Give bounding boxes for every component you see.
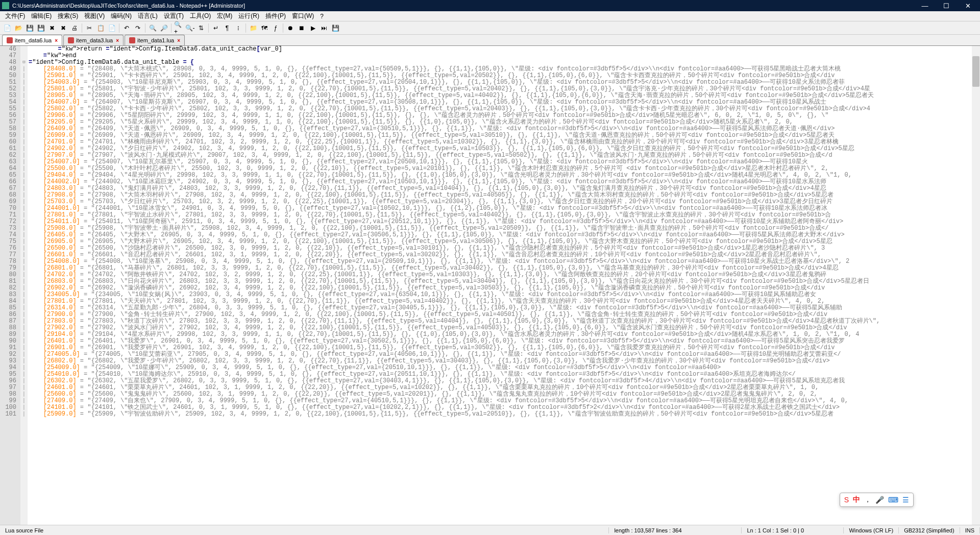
tab-dirty-icon <box>68 37 74 43</box>
tab-label: item_data6.lua <box>15 37 52 43</box>
menu-item[interactable]: 工具(O) <box>187 11 214 21</box>
save-macro-button[interactable]: 💾 <box>330 23 340 33</box>
window-title: C:\Users\Administrator\Desktop\luaJITdec… <box>12 3 915 9</box>
copy-button[interactable]: 📋 <box>95 23 106 33</box>
status-encoding: GB2312 (Simplified) <box>899 527 960 533</box>
vertical-scrollbar[interactable] <box>972 46 980 525</box>
ime-logo-icon: S <box>844 496 849 504</box>
file-tab[interactable]: item_data1.lua× <box>125 35 185 45</box>
file-tab[interactable]: item_data3.lua× <box>63 35 124 45</box>
print-button[interactable]: 🖨 <box>69 23 80 33</box>
close-button[interactable]: ✕ <box>958 0 978 11</box>
status-length: length : 103,587 lines : 364 <box>609 527 742 533</box>
redo-button[interactable]: ↷ <box>133 23 143 33</box>
menu-item[interactable]: 编辑(E) <box>28 11 55 21</box>
close-file-button[interactable]: ✖ <box>47 23 57 33</box>
ime-keyboard-icon[interactable]: ⌨ <box>888 496 898 504</box>
ime-menu-icon[interactable]: ☰ <box>902 496 909 504</box>
cut-button[interactable]: ✂ <box>84 23 94 33</box>
status-filetype: Lua source File <box>0 527 609 533</box>
scrollbar-thumb[interactable] <box>972 56 979 87</box>
code-line[interactable]: [25909.0] = "{25909, \"宇智波佐助碎片\", 25909,… <box>29 411 980 418</box>
menu-item[interactable]: 语言(L) <box>135 11 161 21</box>
tab-label: item_data1.lua <box>137 37 174 43</box>
status-eol: Windows (CR LF) <box>844 527 899 533</box>
show-symbols-button[interactable]: ¶ <box>222 23 232 33</box>
ime-punct-icon[interactable]: ， <box>864 495 871 504</box>
menu-item[interactable]: 文件(F) <box>2 11 28 21</box>
menu-item[interactable]: 插件(P) <box>262 11 289 21</box>
doc-map-button[interactable]: 🗺 <box>259 23 270 33</box>
menu-item[interactable]: ? <box>317 12 327 21</box>
tab-dirty-icon <box>129 37 135 43</box>
ime-float-panel[interactable]: S 中 ， 🎤 ⌨ ☰ <box>840 493 914 507</box>
zoom-in-button[interactable]: 🔍+ <box>174 23 184 33</box>
close-all-button[interactable]: ✖ <box>58 23 68 33</box>
maximize-button[interactable]: ☐ <box>936 0 957 11</box>
folder-button[interactable]: 📁 <box>248 23 258 33</box>
app-icon <box>2 2 9 9</box>
undo-button[interactable]: ↶ <box>121 23 132 33</box>
paste-button[interactable]: 📄 <box>107 23 117 33</box>
replace-button[interactable]: 🔎 <box>159 23 169 33</box>
save-button[interactable]: 💾 <box>24 23 35 33</box>
tab-dirty-icon <box>7 37 13 43</box>
stop-macro-button[interactable]: ⏹ <box>297 23 307 33</box>
menu-item[interactable]: 设置(T) <box>161 11 187 21</box>
wrap-button[interactable]: ↵ <box>211 23 221 33</box>
tab-label: item_data3.lua <box>76 37 113 43</box>
line-number-gutter: 4647484950515253545556575859606162636465… <box>0 46 20 525</box>
ime-voice-icon[interactable]: 🎤 <box>875 496 884 504</box>
new-file-button[interactable]: 📄 <box>2 23 12 33</box>
menu-item[interactable]: 视图(V) <box>81 11 108 21</box>
record-macro-button[interactable]: ⏺ <box>285 23 296 33</box>
sync-scroll-button[interactable]: ⇅ <box>196 23 206 33</box>
menu-item[interactable]: 宏(M) <box>214 11 235 21</box>
menu-item[interactable]: 搜索(S) <box>55 11 81 21</box>
zoom-out-button[interactable]: 🔍- <box>185 23 195 33</box>
code-line[interactable]: ="kw">return ="ident">Config.ItemData6.d… <box>29 46 980 53</box>
play-macro-button[interactable]: ▶ <box>308 23 318 33</box>
menu-item[interactable]: 窗口(W) <box>289 11 317 21</box>
run-macro-button[interactable]: ⏭ <box>319 23 329 33</box>
tab-close-icon[interactable]: × <box>55 38 58 43</box>
menu-item[interactable]: 编码(N) <box>108 11 135 21</box>
save-all-button[interactable]: 💾 <box>36 23 46 33</box>
find-button[interactable]: 🔍 <box>148 23 158 33</box>
indent-guide-button[interactable]: ⫶ <box>233 23 243 33</box>
tab-close-icon[interactable]: × <box>116 38 119 43</box>
tabbar: item_data6.lua×item_data3.lua×item_data1… <box>0 35 980 46</box>
tab-close-icon[interactable]: × <box>177 38 180 43</box>
status-insert-mode: INS <box>960 527 980 533</box>
open-file-button[interactable]: 📂 <box>13 23 23 33</box>
func-list-button[interactable]: ƒ <box>271 23 281 33</box>
ime-lang-toggle[interactable]: 中 <box>853 495 860 504</box>
minimize-button[interactable]: — <box>915 0 935 11</box>
file-tab[interactable]: item_data6.lua× <box>2 35 62 45</box>
status-position: Ln : 1 Col : 1 Sel : 0 | 0 <box>742 527 844 533</box>
toolbar: 📄 📂 💾 💾 ✖ ✖ 🖨 ✂ 📋 📄 ↶ ↷ 🔍 🔎 🔍+ 🔍- ⇅ ↵ ¶ … <box>0 21 980 35</box>
statusbar: Lua source File length : 103,587 lines :… <box>0 525 980 535</box>
menu-item[interactable]: 运行(R) <box>235 11 262 21</box>
menubar: 文件(F)编辑(E)搜索(S)视图(V)编码(N)语言(L)设置(T)工具(O)… <box>0 11 980 21</box>
code-area[interactable]: ="kw">return ="ident">Config.ItemData6.d… <box>28 46 980 525</box>
fold-column[interactable]: ⊟│││││││││││││││││││││││││││││││││││││││… <box>20 46 28 525</box>
